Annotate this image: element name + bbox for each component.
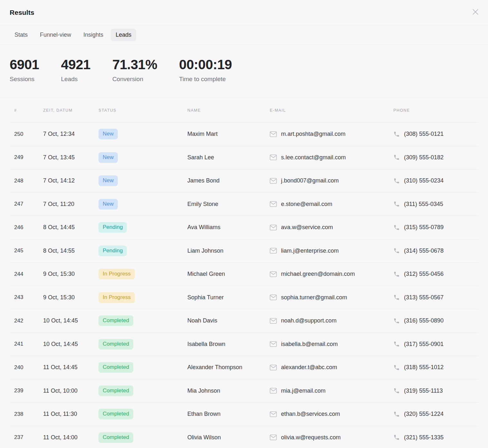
stats-row: 6901 Sessions 4921 Leads 71.31% Conversi… [0,45,488,98]
phone-icon [393,294,400,301]
table-row[interactable]: 244 9 Oct, 15:30 In Progress Michael Gre… [10,262,478,286]
row-datetime: 8 Oct, 14:45 [39,224,94,231]
phone-icon [393,271,400,277]
row-name: Noah Davis [183,317,265,324]
row-email: s.lee.contact@gmail.com [281,154,346,161]
table-row[interactable]: 247 7 Oct, 11:20 New Emily Stone e.stone… [10,192,478,216]
row-phone: (316) 555-0890 [404,317,444,324]
table-row[interactable]: 246 8 Oct, 14:45 Pending Ava Williams av… [10,216,478,239]
table-row[interactable]: 239 11 Oct, 10:00 Completed Mia Johnson … [10,379,478,403]
leads-table: # ZEIT, DATUM STATUS NAME E-MAIL PHONE 2… [0,98,488,448]
table-row[interactable]: 237 11 Oct, 14:00 Completed Olivia Wilso… [10,426,478,448]
row-email: ethan.b@services.com [281,411,340,417]
row-datetime: 11 Oct, 11:30 [39,411,94,417]
status-badge: Completed [99,409,133,419]
row-id: 246 [10,224,39,231]
row-phone: (320) 555-1224 [404,411,444,417]
row-name: Olivia Wilson [183,434,265,441]
phone-icon [393,318,400,324]
table-row[interactable]: 242 10 Oct, 14:45 Completed Noah Davis n… [10,309,478,332]
email-icon [270,434,277,440]
row-id: 247 [10,201,39,207]
page-title: Results [10,9,34,16]
close-button[interactable] [471,8,480,17]
row-phone: (314) 555-0678 [404,247,444,254]
email-icon [270,365,277,370]
table-row[interactable]: 241 10 Oct, 14:45 Completed Isabella Bro… [10,332,478,356]
email-icon [270,178,277,184]
row-email: j.bond007@gmail.com [281,177,339,184]
row-phone: (309) 555-0182 [404,154,444,161]
status-badge: New [99,175,118,186]
status-badge: Completed [99,315,133,326]
row-name: Liam Johnson [183,247,265,254]
row-datetime: 9 Oct, 15:30 [39,294,94,301]
row-phone: (319) 555-1113 [404,387,443,394]
tab-stats[interactable]: Stats [10,29,33,41]
tab-leads[interactable]: Leads [111,29,136,41]
row-phone: (313) 555-0567 [404,294,444,301]
row-datetime: 10 Oct, 14:45 [39,341,94,348]
table-row[interactable]: 245 8 Oct, 14:55 Pending Liam Johnson li… [10,239,478,263]
table-row[interactable]: 250 7 Oct, 12:34 New Maxim Mart m.art.po… [10,122,478,146]
row-email: michael.green@domain.com [281,271,355,277]
phone-icon [393,201,400,207]
row-name: Alexander Thompson [183,364,265,371]
row-id: 248 [10,178,39,184]
column-header-status: STATUS [94,108,183,113]
row-id: 239 [10,387,39,394]
row-datetime: 9 Oct, 15:30 [39,271,94,277]
phone-icon [393,178,400,184]
status-badge: Completed [99,362,133,373]
row-email: liam.j@enterprise.com [281,247,339,254]
row-datetime: 11 Oct, 14:00 [39,434,94,441]
phone-icon [393,364,400,371]
stat-block: 4921 Leads [61,57,90,83]
row-datetime: 11 Oct, 10:00 [39,387,94,394]
row-email: mia.j@email.com [281,387,325,394]
email-icon [270,271,277,277]
stat-value: 4921 [61,57,90,72]
row-datetime: 11 Oct, 14:45 [39,364,94,371]
status-badge: New [99,199,118,210]
row-email: ava.w@service.com [281,224,333,231]
tab-funnel-view[interactable]: Funnel-view [35,29,76,41]
table-row[interactable]: 238 11 Oct, 11:30 Completed Ethan Brown … [10,402,478,426]
tab-insights[interactable]: Insights [79,29,108,41]
stat-block: 00:00:19 Time to complete [179,57,232,83]
table-row[interactable]: 243 9 Oct, 15:30 In Progress Sophia Turn… [10,286,478,309]
stat-value: 71.31% [112,57,157,72]
row-email: olivia.w@requests.com [281,434,341,441]
phone-icon [393,341,400,347]
row-name: Sophia Turner [183,294,265,301]
phone-icon [393,224,400,231]
table-body: 250 7 Oct, 12:34 New Maxim Mart m.art.po… [10,122,478,448]
phone-icon [393,434,400,441]
row-email: noah.d@support.com [281,317,336,324]
row-name: Maxim Mart [183,131,265,137]
row-name: Michael Green [183,271,265,277]
table-row[interactable]: 248 7 Oct, 14:12 New James Bond j.bond00… [10,169,478,192]
row-id: 242 [10,318,39,324]
row-id: 245 [10,247,39,254]
titlebar: Results [0,0,488,25]
row-phone: (318) 555-1012 [404,364,444,371]
email-icon [270,294,277,300]
phone-icon [393,131,400,137]
results-panel: Results Stats Funnel-view Insights Leads… [0,0,488,448]
email-icon [270,154,277,160]
row-phone: (317) 555-0901 [404,341,444,348]
stat-block: 6901 Sessions [10,57,39,83]
table-row[interactable]: 240 11 Oct, 14:45 Completed Alexander Th… [10,356,478,379]
tab-bar: Stats Funnel-view Insights Leads [0,25,488,45]
row-name: Ava Williams [183,224,265,231]
table-row[interactable]: 249 7 Oct, 13:45 New Sarah Lee s.lee.con… [10,146,478,169]
stat-label: Leads [61,76,90,83]
stat-block: 71.31% Conversion [112,57,157,83]
phone-icon [393,387,400,394]
email-icon [270,225,277,230]
stat-label: Time to complete [179,76,232,83]
column-header-email: E-MAIL [265,108,389,113]
status-badge: Pending [99,222,127,233]
email-icon [270,201,277,207]
